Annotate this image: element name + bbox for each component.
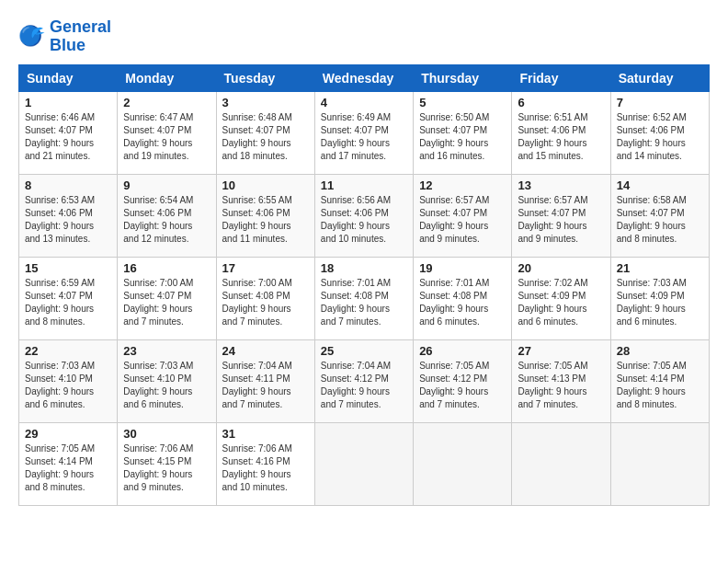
sunset-label: Sunset: 4:14 PM xyxy=(25,456,93,466)
calendar-day-cell: 6 Sunrise: 6:51 AM Sunset: 4:06 PM Dayli… xyxy=(512,91,610,174)
day-number: 11 xyxy=(321,178,407,192)
calendar-day-cell: 24 Sunrise: 7:04 AM Sunset: 4:11 PM Dayl… xyxy=(216,339,314,422)
sunset-label: Sunset: 4:07 PM xyxy=(419,125,487,135)
day-info: Sunrise: 6:49 AM Sunset: 4:07 PM Dayligh… xyxy=(321,111,407,163)
sunrise-label: Sunrise: 7:05 AM xyxy=(25,443,95,454)
daylight-label: Daylight: 9 hours and 7 minutes. xyxy=(222,386,291,409)
daylight-label: Daylight: 9 hours and 19 minutes. xyxy=(123,138,192,161)
weekday-header-tuesday: Tuesday xyxy=(216,64,314,91)
daylight-label: Daylight: 9 hours and 7 minutes. xyxy=(419,386,488,409)
sunset-label: Sunset: 4:10 PM xyxy=(25,373,93,384)
daylight-label: Daylight: 9 hours and 6 minutes. xyxy=(123,386,192,409)
sunrise-label: Sunrise: 7:06 AM xyxy=(123,443,193,454)
day-info: Sunrise: 7:01 AM Sunset: 4:08 PM Dayligh… xyxy=(321,277,407,328)
weekday-header-sunday: Sunday xyxy=(19,64,118,91)
calendar-day-cell xyxy=(314,422,413,505)
calendar-day-cell: 16 Sunrise: 7:00 AM Sunset: 4:07 PM Dayl… xyxy=(118,257,216,339)
sunset-label: Sunset: 4:07 PM xyxy=(123,125,191,135)
sunset-label: Sunset: 4:06 PM xyxy=(222,208,290,218)
sunrise-label: Sunrise: 7:05 AM xyxy=(419,361,489,371)
day-info: Sunrise: 7:06 AM Sunset: 4:15 PM Dayligh… xyxy=(123,442,210,494)
day-info: Sunrise: 6:56 AM Sunset: 4:06 PM Dayligh… xyxy=(321,194,407,246)
day-info: Sunrise: 6:57 AM Sunset: 4:07 PM Dayligh… xyxy=(419,194,506,246)
daylight-label: Daylight: 9 hours and 6 minutes. xyxy=(518,304,586,327)
calendar-day-cell: 15 Sunrise: 6:59 AM Sunset: 4:07 PM Dayl… xyxy=(19,257,118,339)
sunset-label: Sunset: 4:15 PM xyxy=(123,456,191,466)
calendar-day-cell: 4 Sunrise: 6:49 AM Sunset: 4:07 PM Dayli… xyxy=(314,91,413,174)
weekday-header-wednesday: Wednesday xyxy=(314,64,413,91)
day-info: Sunrise: 7:02 AM Sunset: 4:09 PM Dayligh… xyxy=(518,277,604,328)
calendar-day-cell xyxy=(414,422,512,505)
day-number: 24 xyxy=(222,344,309,358)
day-info: Sunrise: 7:03 AM Sunset: 4:09 PM Dayligh… xyxy=(617,277,703,328)
daylight-label: Daylight: 9 hours and 8 minutes. xyxy=(617,221,686,244)
logo-text-general: General xyxy=(50,18,111,37)
sunrise-label: Sunrise: 7:04 AM xyxy=(321,361,391,371)
sunset-label: Sunset: 4:07 PM xyxy=(419,208,487,218)
sunset-label: Sunset: 4:14 PM xyxy=(617,373,685,384)
daylight-label: Daylight: 9 hours and 7 minutes. xyxy=(321,304,390,327)
calendar-day-cell: 30 Sunrise: 7:06 AM Sunset: 4:15 PM Dayl… xyxy=(118,422,216,505)
calendar-day-cell: 1 Sunrise: 6:46 AM Sunset: 4:07 PM Dayli… xyxy=(19,91,118,174)
sunrise-label: Sunrise: 7:01 AM xyxy=(321,278,391,288)
day-number: 7 xyxy=(617,96,703,109)
sunset-label: Sunset: 4:06 PM xyxy=(321,208,389,218)
sunset-label: Sunset: 4:09 PM xyxy=(617,291,685,301)
calendar-day-cell: 3 Sunrise: 6:48 AM Sunset: 4:07 PM Dayli… xyxy=(216,91,314,174)
daylight-label: Daylight: 9 hours and 6 minutes. xyxy=(25,386,94,409)
logo-text-blue: Blue xyxy=(50,37,111,55)
daylight-label: Daylight: 9 hours and 12 minutes. xyxy=(123,221,192,244)
sunrise-label: Sunrise: 6:59 AM xyxy=(25,278,95,288)
calendar-day-cell: 26 Sunrise: 7:05 AM Sunset: 4:12 PM Dayl… xyxy=(414,339,512,422)
weekday-header-row: SundayMondayTuesdayWednesdayThursdayFrid… xyxy=(19,64,710,91)
calendar-day-cell: 8 Sunrise: 6:53 AM Sunset: 4:06 PM Dayli… xyxy=(19,174,118,257)
day-number: 2 xyxy=(123,96,210,109)
daylight-label: Daylight: 9 hours and 11 minutes. xyxy=(222,221,291,244)
day-number: 21 xyxy=(617,261,703,275)
sunrise-label: Sunrise: 7:02 AM xyxy=(518,278,587,288)
calendar-day-cell: 9 Sunrise: 6:54 AM Sunset: 4:06 PM Dayli… xyxy=(118,174,216,257)
day-info: Sunrise: 7:01 AM Sunset: 4:08 PM Dayligh… xyxy=(419,277,506,328)
sunrise-label: Sunrise: 6:48 AM xyxy=(222,112,292,122)
calendar-day-cell: 27 Sunrise: 7:05 AM Sunset: 4:13 PM Dayl… xyxy=(512,339,610,422)
day-number: 5 xyxy=(419,96,506,109)
day-info: Sunrise: 7:04 AM Sunset: 4:11 PM Dayligh… xyxy=(222,360,309,411)
header: 🔵 General Blue xyxy=(18,18,710,55)
day-number: 28 xyxy=(617,344,703,358)
day-info: Sunrise: 6:54 AM Sunset: 4:06 PM Dayligh… xyxy=(123,194,210,246)
sunset-label: Sunset: 4:12 PM xyxy=(321,373,389,384)
day-info: Sunrise: 6:46 AM Sunset: 4:07 PM Dayligh… xyxy=(25,111,111,163)
day-info: Sunrise: 7:05 AM Sunset: 4:14 PM Dayligh… xyxy=(617,360,703,411)
calendar-day-cell: 22 Sunrise: 7:03 AM Sunset: 4:10 PM Dayl… xyxy=(19,339,118,422)
sunset-label: Sunset: 4:11 PM xyxy=(222,373,290,384)
day-info: Sunrise: 6:50 AM Sunset: 4:07 PM Dayligh… xyxy=(419,111,506,163)
daylight-label: Daylight: 9 hours and 6 minutes. xyxy=(419,304,488,327)
calendar-day-cell: 2 Sunrise: 6:47 AM Sunset: 4:07 PM Dayli… xyxy=(118,91,216,174)
day-number: 25 xyxy=(321,344,407,358)
day-info: Sunrise: 6:58 AM Sunset: 4:07 PM Dayligh… xyxy=(617,194,703,246)
calendar-day-cell: 12 Sunrise: 6:57 AM Sunset: 4:07 PM Dayl… xyxy=(414,174,512,257)
daylight-label: Daylight: 9 hours and 14 minutes. xyxy=(617,138,686,161)
daylight-label: Daylight: 9 hours and 10 minutes. xyxy=(321,221,390,244)
calendar-day-cell: 23 Sunrise: 7:03 AM Sunset: 4:10 PM Dayl… xyxy=(118,339,216,422)
calendar-day-cell: 5 Sunrise: 6:50 AM Sunset: 4:07 PM Dayli… xyxy=(414,91,512,174)
calendar-day-cell xyxy=(610,422,709,505)
sunset-label: Sunset: 4:07 PM xyxy=(617,208,685,218)
day-info: Sunrise: 6:52 AM Sunset: 4:06 PM Dayligh… xyxy=(617,111,703,163)
day-info: Sunrise: 7:05 AM Sunset: 4:13 PM Dayligh… xyxy=(518,360,604,411)
day-number: 22 xyxy=(25,344,111,358)
sunset-label: Sunset: 4:13 PM xyxy=(518,373,586,384)
sunrise-label: Sunrise: 6:46 AM xyxy=(25,112,95,122)
weekday-header-saturday: Saturday xyxy=(610,64,709,91)
calendar-day-cell xyxy=(512,422,610,505)
day-number: 10 xyxy=(222,178,309,192)
sunrise-label: Sunrise: 6:49 AM xyxy=(321,112,391,122)
day-info: Sunrise: 6:59 AM Sunset: 4:07 PM Dayligh… xyxy=(25,277,111,328)
day-number: 27 xyxy=(518,344,604,358)
day-number: 30 xyxy=(123,427,210,441)
daylight-label: Daylight: 9 hours and 7 minutes. xyxy=(518,386,586,409)
calendar-day-cell: 10 Sunrise: 6:55 AM Sunset: 4:06 PM Dayl… xyxy=(216,174,314,257)
daylight-label: Daylight: 9 hours and 9 minutes. xyxy=(123,469,192,492)
sunset-label: Sunset: 4:07 PM xyxy=(25,125,93,135)
day-info: Sunrise: 6:47 AM Sunset: 4:07 PM Dayligh… xyxy=(123,111,210,163)
